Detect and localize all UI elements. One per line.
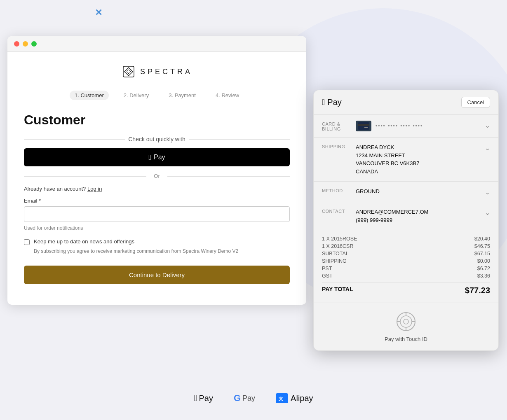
newsletter-checkbox-row: Keep me up to date on news and offerings	[24, 238, 290, 245]
card-billing-chevron: ⌄	[485, 121, 490, 129]
order-line-subtotal: SUBTOTAL $67.15	[322, 251, 490, 257]
svg-rect-5	[364, 127, 368, 128]
step-customer[interactable]: 1. Customer	[70, 91, 109, 100]
browser-window: SPECTRA 1. Customer 2. Delivery 3. Payme…	[7, 36, 306, 305]
order-line-pst: PST $6.72	[322, 266, 490, 271]
order-line-total: PAY TOTAL $77.23	[322, 282, 490, 295]
shipping-address: ANDREA DYCK 1234 MAIN STREET VANCOUVER B…	[356, 143, 479, 175]
email-input[interactable]	[24, 206, 290, 222]
google-pay-logo: G Pay	[234, 393, 255, 404]
step-payment[interactable]: 3. Payment	[164, 91, 201, 100]
touch-id-label: Pay with Touch ID	[385, 336, 427, 342]
google-pay-text: Pay	[242, 394, 255, 403]
google-g-icon: G	[234, 393, 241, 404]
alipay-text: Alipay	[291, 394, 313, 403]
close-button[interactable]: ✕	[95, 7, 102, 18]
svg-rect-4	[358, 124, 369, 126]
newsletter-label: Keep me up to date on news and offerings	[34, 238, 134, 245]
method-chevron: ⌄	[485, 187, 490, 196]
apple-pay-apple-icon: 	[194, 393, 197, 404]
apple-pay-text: Pay	[199, 394, 213, 403]
traffic-light-minimize[interactable]	[23, 41, 28, 47]
email-hint: Used for order notifications	[24, 225, 290, 231]
payment-logos-section:  Pay G Pay 支 Alipay	[0, 393, 507, 404]
card-billing-section[interactable]: CARD &BILLING •••• •••• •••• •••• ⌄	[314, 115, 498, 138]
svg-marker-1	[124, 68, 133, 76]
order-line-1: 1 X 2015ROSE $20.40	[322, 236, 490, 242]
modal-header:  Pay Cancel	[314, 90, 498, 115]
svg-point-7	[400, 316, 412, 327]
step-delivery[interactable]: 2. Delivery	[119, 91, 154, 100]
alipay-logo: 支 Alipay	[276, 393, 313, 403]
shipping-label: SHIPPING	[322, 143, 350, 149]
method-section[interactable]: METHOD GROUND ⌄	[314, 182, 498, 202]
contact-chevron: ⌄	[485, 208, 490, 217]
continue-to-delivery-button[interactable]: Continue to Delivery	[24, 266, 290, 284]
apple-pay-button[interactable]:  Pay	[24, 148, 290, 166]
contact-label: CONTACT	[322, 208, 350, 214]
alipay-icon: 支	[276, 393, 288, 403]
method-value: GROUND	[356, 187, 479, 196]
svg-marker-2	[127, 70, 131, 74]
order-line-gst: GST $3.36	[322, 273, 490, 279]
svg-text:支: 支	[278, 396, 284, 401]
apple-logo-icon: 	[148, 154, 151, 161]
apple-pay-logo:  Pay	[194, 393, 213, 404]
or-divider: Or	[24, 173, 290, 179]
order-summary: 1 X 2015ROSE $20.40 1 X 2016CSR $46.75 S…	[314, 230, 498, 303]
shipping-chevron: ⌄	[485, 143, 490, 152]
brand-name: SPECTRA	[140, 68, 192, 76]
card-number-blurred: •••• •••• •••• ••••	[376, 122, 423, 130]
checkout-steps: 1. Customer 2. Delivery 3. Payment 4. Re…	[24, 91, 290, 100]
spectra-logo-icon	[121, 64, 136, 79]
email-label: Email *	[24, 198, 290, 204]
log-in-link[interactable]: Log in	[87, 186, 102, 192]
order-line-shipping: SHIPPING $0.00	[322, 258, 490, 264]
card-image	[356, 121, 371, 131]
contact-section[interactable]: CONTACT ANDREA@COMMERCE7.OM (999) 999-99…	[314, 202, 498, 230]
modal-apple-pay-title:  Pay	[322, 98, 342, 107]
page-title: Customer	[24, 112, 290, 128]
card-billing-content: •••• •••• •••• ••••	[356, 121, 479, 131]
card-billing-label: CARD &BILLING	[322, 121, 350, 131]
step-review[interactable]: 4. Review	[211, 91, 244, 100]
apple-icon: 	[322, 98, 325, 107]
newsletter-checkbox[interactable]	[24, 239, 30, 245]
browser-titlebar	[7, 36, 306, 52]
browser-content: SPECTRA 1. Customer 2. Delivery 3. Payme…	[7, 52, 306, 305]
contact-info: ANDREA@COMMERCE7.OM (999) 999-9999	[356, 208, 479, 224]
checkout-quickly-label: Check out quickly with	[24, 136, 290, 142]
method-label: METHOD	[322, 187, 350, 193]
newsletter-sublabel: By subscribing you agree to receive mark…	[34, 248, 290, 254]
touch-id-icon	[396, 311, 416, 332]
traffic-light-maximize[interactable]	[31, 41, 37, 47]
svg-point-8	[404, 319, 408, 324]
touch-id-section[interactable]: Pay with Touch ID	[314, 303, 498, 350]
shipping-section[interactable]: SHIPPING ANDREA DYCK 1234 MAIN STREET VA…	[314, 138, 498, 182]
apple-pay-modal:  Pay Cancel CARD &BILLING •••• •••• •••…	[313, 90, 499, 351]
modal-cancel-button[interactable]: Cancel	[461, 97, 490, 108]
order-line-2: 1 X 2016CSR $46.75	[322, 243, 490, 249]
traffic-light-close[interactable]	[14, 41, 19, 47]
account-link: Already have an account? Log in	[24, 186, 290, 192]
logo-area: SPECTRA	[24, 64, 290, 79]
